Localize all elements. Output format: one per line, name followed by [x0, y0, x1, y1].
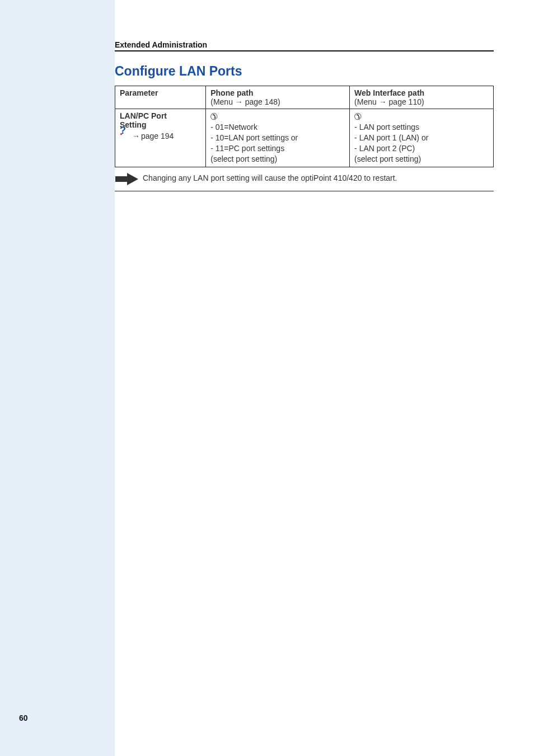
cell-phone-path: ✆ - 01=Network - 10=LAN port settings or…: [206, 109, 350, 167]
note-text: Changing any LAN port setting will cause…: [143, 173, 494, 184]
web-line: - LAN port 2 (PC): [354, 143, 489, 154]
running-head: Extended Administration: [115, 40, 494, 49]
lan-ports-table: Parameter Phone path (Menu → page 148) W…: [115, 86, 494, 167]
page-number: 60: [19, 713, 115, 722]
help-page-ref: page 194: [141, 132, 174, 140]
svg-rect-1: [123, 176, 127, 182]
param-name-line2: Setting: [120, 120, 201, 129]
arrow-icon: →: [132, 132, 140, 140]
svg-rect-0: [115, 176, 123, 182]
phone-line: - 01=Network: [210, 122, 345, 133]
param-name-line1: LAN/PC Port: [120, 111, 201, 120]
header-phone-path-title: Phone path: [210, 88, 253, 97]
table-header-row: Parameter Phone path (Menu → page 148) W…: [115, 86, 494, 109]
cell-parameter: LAN/PC Port Setting ?. → page 194: [115, 109, 206, 167]
divider-top: [115, 50, 494, 51]
handset-icon: ✆: [210, 111, 218, 122]
header-web-path: Web Interface path (Menu → page 110): [350, 86, 494, 109]
table-row: LAN/PC Port Setting ?. → page 194 ✆: [115, 109, 494, 167]
help-reference: ?. → page 194: [120, 130, 201, 142]
svg-marker-2: [127, 173, 138, 185]
help-icon: ?.: [120, 130, 131, 142]
header-web-path-title: Web Interface path: [354, 88, 424, 97]
cell-web-path: ✆ - LAN port settings - LAN port 1 (LAN)…: [350, 109, 494, 167]
phone-line: - 10=LAN port settings or: [210, 133, 345, 143]
left-sidebar: 60: [0, 0, 115, 756]
web-line: (select port setting): [354, 154, 489, 165]
web-line: - LAN port 1 (LAN) or: [354, 133, 489, 143]
phone-line: - 11=PC port settings: [210, 143, 345, 154]
header-phone-path: Phone path (Menu → page 148): [206, 86, 350, 109]
handset-icon: ✆: [354, 111, 362, 122]
phone-line: (select port setting): [210, 154, 345, 165]
header-parameter: Parameter: [115, 86, 206, 109]
header-phone-path-sub: (Menu → page 148): [210, 97, 345, 106]
section-title: Configure LAN Ports: [115, 64, 494, 79]
note-arrow-icon: [115, 173, 138, 185]
web-line: - LAN port settings: [354, 122, 489, 133]
note-block: Changing any LAN port setting will cause…: [115, 173, 494, 191]
header-web-path-sub: (Menu → page 110): [354, 97, 489, 106]
main-content: Extended Administration Configure LAN Po…: [115, 0, 534, 756]
